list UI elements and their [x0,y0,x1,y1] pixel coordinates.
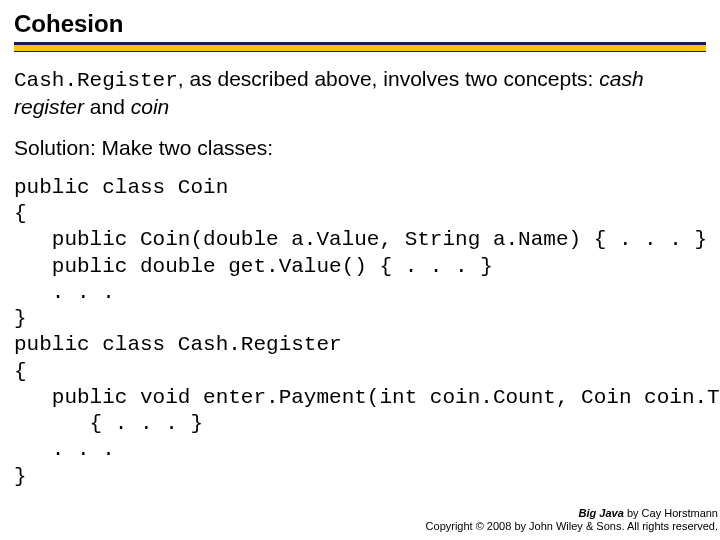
author: by Cay Horstmann [624,507,718,519]
footer-line-1: Big Java by Cay Horstmann [426,507,718,521]
rule-thin [14,51,706,52]
footer-line-2: Copyright © 2008 by John Wiley & Sons. A… [426,520,718,534]
code-block: public class Coin { public Coin(double a… [14,175,706,490]
book-title: Big Java [579,507,624,519]
text: , as described above, involves two conce… [178,67,599,90]
paragraph-2: Solution: Make two classes: [14,135,706,161]
title-rule [14,42,706,52]
paragraph-1: Cash.Register, as described above, invol… [14,66,706,121]
slide: Cohesion Cash.Register, as described abo… [0,0,720,540]
italic-2: coin [131,95,170,118]
footer: Big Java by Cay Horstmann Copyright © 20… [426,507,720,535]
code-inline: Cash.Register [14,69,178,92]
page-title: Cohesion [14,10,706,38]
text: and [84,95,131,118]
